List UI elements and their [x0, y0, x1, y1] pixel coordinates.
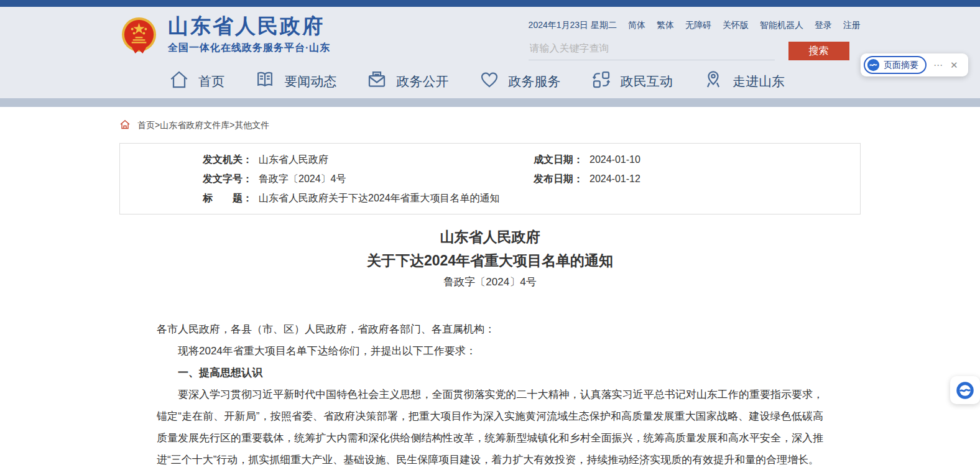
meta-label: 发文机关： [203, 150, 252, 169]
heart-icon [478, 68, 501, 94]
document-body: 各市人民政府，各县（市、区）人民政府，省政府各部门、各直属机构： 现将2024年… [157, 318, 823, 470]
meta-label: 发文字号： [203, 169, 252, 188]
paragraph-salutation: 各市人民政府，各县（市、区）人民政府，省政府各部门、各直属机构： [157, 318, 823, 340]
breadcrumb-home-icon [119, 119, 131, 132]
home-icon [168, 68, 190, 94]
nav-label: 政务服务 [509, 73, 561, 90]
document-meta-box: 发文机关： 山东省人民政府 发文字号： 鲁政字〔2024〕4号 标 题： 山东省… [119, 143, 861, 214]
nav-label: 政务公开 [396, 73, 448, 90]
link-accessibility[interactable]: 无障碍 [685, 20, 711, 31]
utility-links: 2024年1月23日 星期二 简体 繁体 无障碍 关怀版 智能机器人 登录 注册 [529, 20, 861, 31]
current-date: 2024年1月23日 星期二 [529, 20, 617, 31]
search-input[interactable] [529, 40, 775, 60]
search-button[interactable]: 搜索 [788, 42, 849, 60]
meta-value: 鲁政字〔2024〕4号 [259, 169, 346, 188]
page-summary-popup: 页面摘要 ⋯ ✕ [861, 53, 968, 76]
meta-date-published: 发布日期： 2024-01-12 [534, 169, 640, 188]
document-title: 山东省人民政府 关于下达2024年省重大项目名单的通知 [119, 225, 861, 272]
link-care-version[interactable]: 关怀版 [723, 20, 749, 31]
header-divider-strip [0, 98, 980, 107]
link-simplified[interactable]: 简体 [628, 20, 645, 31]
meta-label: 发布日期： [534, 169, 583, 188]
nav-item-news[interactable]: 要闻动态 [254, 68, 336, 94]
document-title-line1: 山东省人民政府 [119, 225, 861, 249]
meta-label: 成文日期： [534, 150, 583, 169]
more-options-icon[interactable]: ⋯ [933, 60, 943, 71]
site-header: 山东省人民政府 全国一体化在线政务服务平台·山东 2024年1月23日 星期二 … [0, 7, 980, 98]
link-register[interactable]: 注册 [843, 20, 861, 31]
page-summary-label: 页面摘要 [884, 60, 918, 71]
paragraph-section-1: 要深入学习贯彻习近平新时代中国特色社会主义思想，全面贯彻落实党的二十大精神，认真… [157, 384, 823, 470]
assistant-floating-button[interactable] [950, 376, 980, 404]
nav-item-interaction[interactable]: 政民互动 [590, 68, 673, 94]
link-traditional[interactable]: 繁体 [657, 20, 674, 31]
nav-item-home[interactable]: 首页 [168, 68, 224, 94]
nav-label: 政民互动 [621, 73, 673, 90]
meta-doc-number: 发文字号： 鲁政字〔2024〕4号 [203, 169, 534, 188]
meta-value: 山东省人民政府关于下达2024年省重大项目名单的通知 [259, 188, 500, 208]
national-emblem-logo [119, 16, 159, 55]
envelope-icon [366, 68, 388, 94]
nav-item-about-shandong[interactable]: 走进山东 [702, 68, 785, 94]
meta-value: 山东省人民政府 [259, 150, 328, 169]
document-number: 鲁政字〔2024〕4号 [119, 275, 861, 289]
nav-label: 要闻动态 [284, 73, 336, 90]
nav-label: 走进山东 [733, 73, 785, 90]
meta-date-written: 成文日期： 2024-01-10 [534, 150, 640, 169]
meta-value: 2024-01-10 [589, 150, 640, 169]
top-navy-strip [0, 0, 980, 7]
breadcrumb-path: 首页>山东省政府文件库>其他文件 [137, 120, 269, 131]
page-summary-button[interactable]: 页面摘要 [864, 56, 927, 74]
paragraph-intro: 现将2024年省重大项目名单下达给你们，并提出以下工作要求： [157, 340, 823, 362]
site-subtitle: 全国一体化在线政务服务平台·山东 [168, 42, 330, 55]
nav-item-disclosure[interactable]: 政务公开 [366, 68, 448, 94]
meta-title: 标 题： 山东省人民政府关于下达2024年省重大项目名单的通知 [203, 188, 534, 208]
nav-label: 首页 [198, 73, 224, 90]
meta-value: 2024-01-12 [589, 169, 640, 188]
link-smart-robot[interactable]: 智能机器人 [760, 20, 803, 31]
close-icon[interactable]: ✕ [950, 60, 958, 71]
site-brand[interactable]: 山东省人民政府 全国一体化在线政务服务平台·山东 [119, 15, 330, 55]
section-heading-1: 一、提高思想认识 [157, 362, 823, 384]
meta-label: 标 题： [203, 188, 252, 208]
summary-logo-icon [867, 58, 880, 71]
link-login[interactable]: 登录 [815, 20, 832, 31]
meta-issuing-authority: 发文机关： 山东省人民政府 [203, 150, 534, 169]
page: 山东省人民政府 全国一体化在线政务服务平台·山东 2024年1月23日 星期二 … [0, 0, 980, 470]
document-title-line2: 关于下达2024年省重大项目名单的通知 [119, 249, 861, 272]
book-icon [254, 68, 276, 94]
map-pin-icon [702, 68, 724, 94]
site-title: 山东省人民政府 [168, 15, 330, 37]
assistant-logo-icon [956, 381, 974, 400]
nav-item-services[interactable]: 政务服务 [478, 68, 561, 94]
main-nav: 首页 要闻动态 [168, 68, 785, 94]
exchange-arrows-icon [590, 68, 612, 94]
breadcrumb[interactable]: 首页>山东省政府文件库>其他文件 [119, 119, 861, 132]
